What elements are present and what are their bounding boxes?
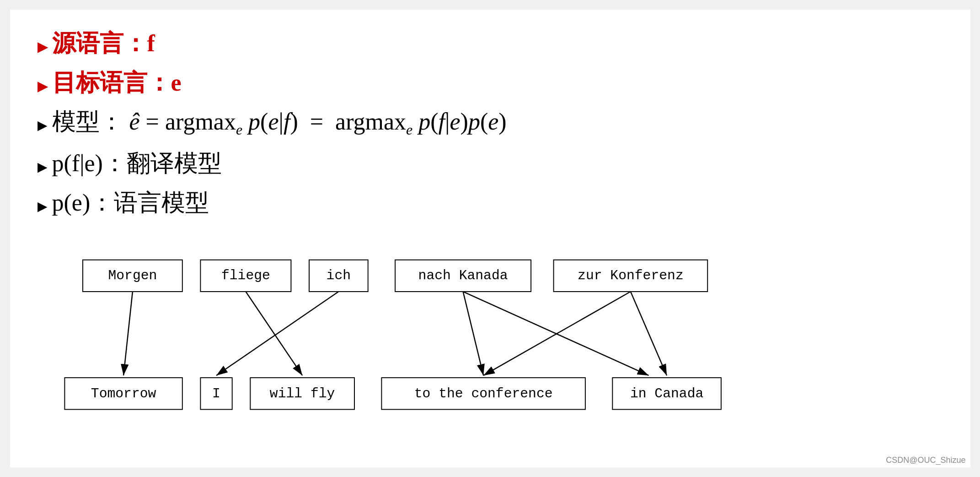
target-label-will-fly: will fly: [269, 386, 335, 401]
arrow-nachkanada-totheconference: [463, 292, 483, 375]
target-lang-text: 目标语言：e: [52, 67, 182, 98]
bullet-target-lang: ▶ 目标语言：e: [37, 67, 943, 98]
arrow-fliege-willfly: [246, 292, 302, 375]
bullet-arrow-2: ▶: [37, 80, 48, 93]
arrow-zurkonferenz-totheconference: [483, 292, 631, 375]
target-label-tomorrow: Tomorrow: [91, 386, 156, 401]
bullet-pfe: ▶ p(f|e)：翻译模型: [37, 148, 943, 179]
bullet-arrow-3: ▶: [37, 119, 48, 132]
bullet-arrow-4: ▶: [37, 161, 48, 173]
bullet-arrow-5: ▶: [37, 200, 48, 213]
target-label-to-the-conference: to the conference: [414, 386, 552, 401]
model-text: 模型： ê = argmaxe p(e|f) = argmaxe p(f|e)p…: [52, 106, 507, 140]
arrow-ich-i: [216, 292, 338, 375]
source-label-ich: ich: [326, 268, 350, 284]
content-area: ▶ 源语言：f ▶ 目标语言：e ▶ 模型： ê = argmaxe p(e|f…: [10, 10, 970, 467]
arrow-zurkonferenz-incanada: [630, 292, 666, 375]
bullet-model: ▶ 模型： ê = argmaxe p(e|f) = argmaxe p(f|e…: [37, 106, 943, 140]
bullet-arrow-1: ▶: [37, 41, 48, 54]
slide-container: ▶ 源语言：f ▶ 目标语言：e ▶ 模型： ê = argmaxe p(e|f…: [0, 0, 980, 477]
alignment-diagram: Morgen fliege ich nach Kanada zur Konfer…: [37, 241, 943, 433]
source-label-fliege: fliege: [221, 268, 270, 284]
target-label-in-canada: in Canada: [630, 386, 703, 401]
source-label-morgen: Morgen: [108, 268, 157, 284]
pe-text: p(e)：语言模型: [52, 187, 209, 218]
source-lang-text: 源语言：f: [52, 28, 155, 59]
source-label-nach-kanada: nach Kanada: [418, 268, 508, 284]
alignment-svg: Morgen fliege ich nach Kanada zur Konfer…: [37, 241, 943, 433]
pfe-text: p(f|e)：翻译模型: [52, 148, 222, 179]
source-label-zur-konferenz: zur Konferenz: [578, 268, 684, 284]
arrow-morgen-tomorrow: [123, 292, 133, 375]
bullet-pe: ▶ p(e)：语言模型: [37, 187, 943, 218]
target-label-i: I: [212, 386, 220, 401]
bullet-source-lang: ▶ 源语言：f: [37, 28, 943, 59]
watermark: CSDN@OUC_Shizue: [886, 455, 965, 465]
